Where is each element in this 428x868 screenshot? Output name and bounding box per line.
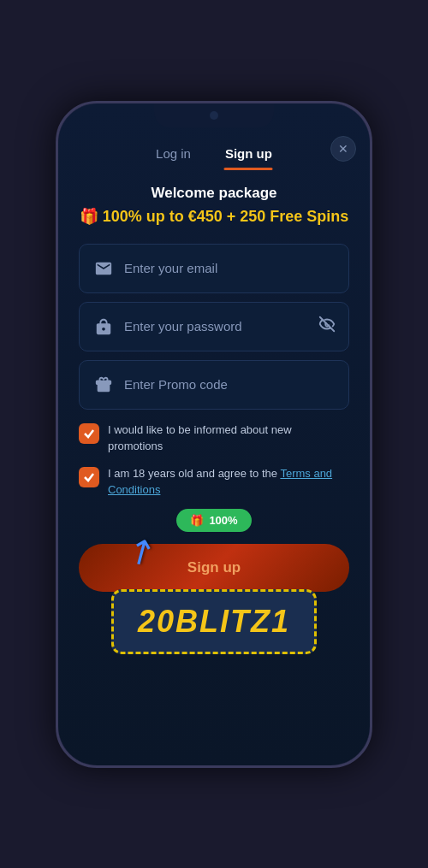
promo-code-text: 20BLITZ1 (138, 604, 290, 639)
checkbox-promo[interactable] (79, 423, 99, 444)
welcome-bonus: 🎁 100% up to €450 + 250 Free Spins (79, 207, 349, 227)
promo-badge-icon: 🎁 (190, 514, 204, 527)
email-icon (92, 257, 116, 280)
terms-link[interactable]: Terms and Conditions (108, 467, 332, 497)
checkbox-promo-label: I would like to be informed about new pr… (108, 422, 349, 455)
tab-login[interactable]: Log in (139, 139, 208, 168)
signup-button-label: Sign up (187, 559, 241, 576)
toggle-password-icon[interactable] (318, 315, 336, 338)
checkbox-age-row: I am 18 years old and agree to the Terms… (79, 465, 349, 499)
welcome-title: Welcome package (79, 185, 349, 202)
signup-button[interactable]: Sign up (79, 544, 349, 592)
promo-field[interactable] (124, 377, 336, 392)
email-field[interactable] (124, 261, 336, 275)
checkbox-age[interactable] (79, 467, 99, 487)
promo-code-overlay: 20BLITZ1 (111, 589, 317, 654)
phone-content: Log in Sign up ✕ Welcome package 🎁 100% … (58, 103, 370, 765)
checkbox-age-label: I am 18 years old and agree to the Terms… (108, 465, 349, 499)
tab-login-label: Log in (156, 146, 191, 161)
lock-icon (92, 315, 116, 339)
promo-badge: 🎁 100% (176, 509, 251, 532)
password-field[interactable] (124, 319, 336, 334)
tab-signup-label: Sign up (225, 146, 272, 161)
close-icon: ✕ (338, 142, 348, 156)
main-content: Welcome package 🎁 100% up to €450 + 250 … (58, 176, 370, 617)
gift-icon (92, 373, 116, 397)
promo-badge-label: 100% (209, 514, 237, 527)
close-button[interactable]: ✕ (330, 136, 356, 162)
phone-notch (154, 103, 274, 127)
phone-shell: Log in Sign up ✕ Welcome package 🎁 100% … (56, 101, 372, 768)
email-input-group (79, 244, 349, 293)
promo-badge-container: 🎁 100% (79, 509, 349, 532)
password-input-group (79, 302, 349, 351)
promo-input-group (79, 360, 349, 410)
tab-signup[interactable]: Sign up (208, 139, 289, 168)
notch-dot (210, 111, 218, 120)
checkbox-promo-row: I would like to be informed about new pr… (79, 422, 349, 455)
